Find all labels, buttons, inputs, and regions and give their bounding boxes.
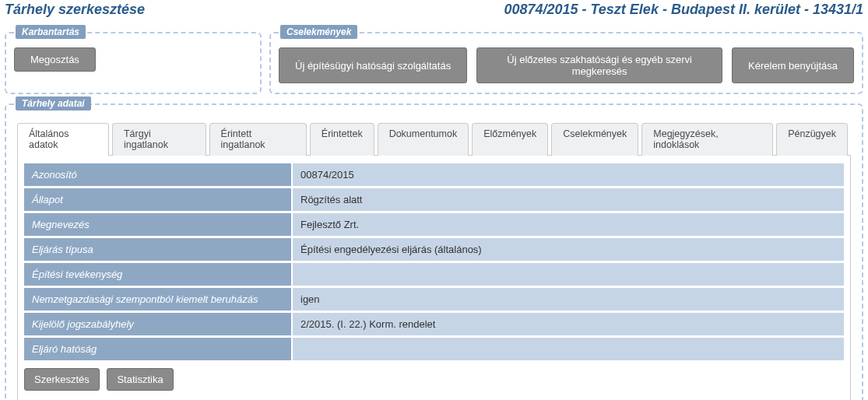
tab-affected[interactable]: Érintett ingatlanok — [209, 123, 307, 156]
row-activity: Építési tevékenység — [24, 263, 844, 286]
tab-documents[interactable]: Dokumentumok — [378, 123, 469, 156]
tab-finance[interactable]: Pénzügyek — [776, 123, 848, 156]
actions-panel: Cselekmények Új építésügyi hatósági szol… — [269, 32, 863, 94]
tab-participants[interactable]: Érintettek — [310, 123, 374, 156]
value-priority: igen — [293, 288, 844, 311]
label-authority: Eljáró hatóság — [24, 338, 293, 360]
label-activity: Építési tevékenység — [24, 263, 293, 286]
new-request-button[interactable]: Új előzetes szakhatósági és egyéb szervi… — [476, 47, 722, 83]
tab-content-general: Azonosító 00874/2015 Állapot Rögzítés al… — [17, 156, 851, 400]
row-name: Megnevezés Fejlesztő Zrt. — [24, 213, 844, 236]
maintenance-legend: Karbantartás — [16, 25, 86, 39]
label-proc-type: Eljárás típusa — [24, 238, 293, 261]
value-status: Rögzítés alatt — [293, 188, 844, 211]
value-proc-type: Építési engedélyezési eljárás (általános… — [293, 238, 844, 261]
submit-request-button[interactable]: Kérelem benyújtása — [732, 47, 854, 83]
share-button[interactable]: Megosztás — [14, 47, 96, 72]
tab-acts[interactable]: Cselekmények — [551, 123, 638, 156]
row-id: Azonosító 00874/2015 — [24, 163, 844, 186]
row-authority: Eljáró hatóság — [24, 338, 844, 360]
value-authority — [293, 338, 844, 360]
row-priority: Nemzetgazdasági szempontból kiemelt beru… — [24, 288, 844, 311]
label-id: Azonosító — [24, 163, 293, 186]
tab-properties[interactable]: Tárgyi ingatlanok — [112, 123, 206, 156]
edit-button[interactable]: Szerkesztés — [24, 368, 100, 391]
data-panel: Tárhely adatai Általános adatok Tárgyi i… — [5, 104, 863, 400]
maintenance-panel: Karbantartás Megosztás — [5, 32, 262, 94]
tab-notes[interactable]: Megjegyzések, indoklások — [641, 123, 773, 156]
row-regulation: Kijelölő jogszabályhely 2/2015. (I. 22.)… — [24, 313, 844, 335]
stats-button[interactable]: Statisztika — [107, 368, 173, 391]
value-regulation: 2/2015. (I. 22.) Korm. rendelet — [293, 313, 844, 335]
page-title: Tárhely szerkesztése — [5, 2, 145, 18]
label-priority: Nemzetgazdasági szempontból kiemelt beru… — [24, 288, 293, 311]
row-status: Állapot Rögzítés alatt — [24, 188, 844, 211]
header: Tárhely szerkesztése 00874/2015 - Teszt … — [0, 0, 868, 23]
tab-general[interactable]: Általános adatok — [17, 123, 109, 156]
value-id: 00874/2015 — [293, 163, 844, 186]
data-legend: Tárhely adatai — [16, 96, 91, 111]
tabbar: Általános adatok Tárgyi ingatlanok Érint… — [17, 122, 851, 156]
page-context: 00874/2015 - Teszt Elek - Budapest II. k… — [504, 2, 863, 18]
value-activity — [293, 263, 844, 286]
label-name: Megnevezés — [24, 213, 293, 236]
actions-legend: Cselekmények — [280, 25, 357, 39]
label-regulation: Kijelölő jogszabályhely — [24, 313, 293, 335]
row-proc-type: Eljárás típusa Építési engedélyezési elj… — [24, 238, 844, 261]
label-status: Állapot — [24, 188, 293, 211]
value-name: Fejlesztő Zrt. — [293, 213, 844, 236]
new-service-button[interactable]: Új építésügyi hatósági szolgáltatás — [279, 47, 467, 83]
tab-history[interactable]: Előzmények — [472, 123, 548, 156]
